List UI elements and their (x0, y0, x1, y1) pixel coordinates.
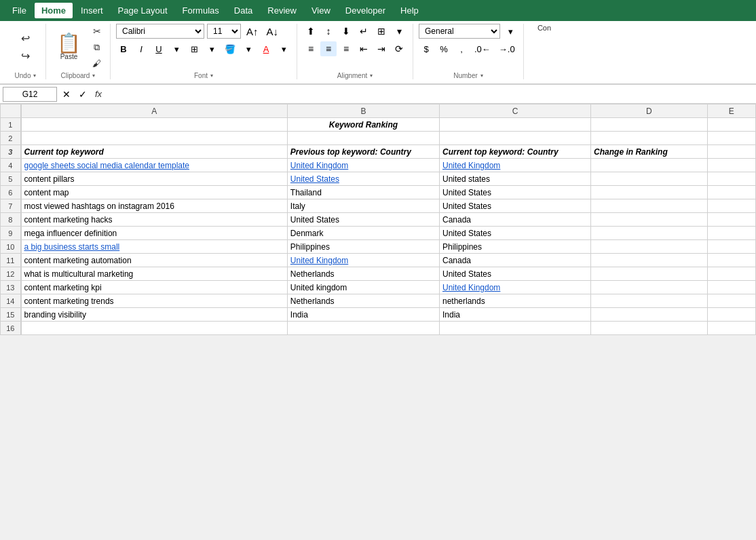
cell-B9[interactable]: Denmark (287, 227, 439, 240)
increase-font-btn[interactable]: A↑ (244, 24, 261, 39)
cell-E7[interactable] (707, 199, 755, 213)
cell-C6[interactable]: United States (439, 186, 590, 199)
align-middle-btn[interactable]: ↕ (320, 24, 337, 39)
cell-D7[interactable] (591, 199, 707, 213)
cut-button[interactable]: ✂ (89, 24, 105, 39)
cell-E5[interactable] (707, 172, 755, 186)
cell-A7[interactable]: most viewed hashtags on instagram 2016 (21, 199, 288, 213)
cell-D6[interactable] (591, 186, 707, 199)
align-bottom-btn[interactable]: ⬇ (338, 24, 354, 39)
merge-btn[interactable]: ⊞ (373, 24, 390, 39)
col-header-A[interactable]: A (21, 104, 288, 118)
cell-A8[interactable]: content marketing hacks (21, 213, 288, 227)
cell-A4[interactable]: google sheets social media calendar temp… (21, 159, 288, 172)
currency-btn[interactable]: $ (419, 41, 434, 56)
underline-button[interactable]: U (151, 41, 166, 56)
cell-B13[interactable]: United kingdom (287, 281, 439, 294)
orientation-btn[interactable]: ⟳ (391, 41, 407, 56)
col-header-E[interactable]: E (707, 104, 755, 118)
cell-A5[interactable]: content pillars (21, 172, 288, 186)
decrease-font-btn[interactable]: A↓ (264, 24, 282, 39)
cell-A2[interactable] (21, 132, 288, 145)
empty-cell[interactable] (21, 322, 288, 335)
cell-A14[interactable]: content marketing trends (21, 294, 288, 308)
cell-reference-input[interactable] (3, 87, 57, 102)
percent-btn[interactable]: % (436, 41, 451, 56)
bold-button[interactable]: B (116, 41, 131, 56)
paste-button[interactable]: 📋 Paste (52, 29, 86, 66)
font-family-select[interactable]: Calibri (116, 24, 204, 39)
menu-item-developer[interactable]: Developer (339, 3, 392, 18)
cell-C14[interactable]: netherlands (439, 294, 590, 308)
cell-A15[interactable]: branding visibility (21, 308, 288, 322)
cell-B6[interactable]: Thailand (287, 186, 439, 199)
cell-D11[interactable] (591, 254, 707, 267)
redo-button[interactable]: ↪ (18, 47, 33, 64)
cell-C2[interactable] (439, 132, 590, 145)
borders-dropdown[interactable]: ▾ (204, 41, 219, 56)
cell-A3[interactable]: Current top keyword (21, 145, 288, 159)
cell-E9[interactable] (707, 227, 755, 240)
cell-D8[interactable] (591, 213, 707, 227)
cell-D9[interactable] (591, 227, 707, 240)
menu-item-data[interactable]: Data (227, 3, 259, 18)
cell-A13[interactable]: content marketing kpi (21, 281, 288, 294)
menu-item-file[interactable]: File (5, 3, 33, 18)
font-size-select[interactable]: 11 (207, 24, 241, 39)
align-top-btn[interactable]: ⬆ (303, 24, 319, 39)
empty-cell[interactable] (287, 322, 439, 335)
cell-E11[interactable] (707, 254, 755, 267)
number-format-dropdown[interactable]: ▾ (503, 24, 518, 39)
cell-B3[interactable]: Previous top keyword: Country (287, 145, 439, 159)
cell-C9[interactable]: United States (439, 227, 590, 240)
cell-A9[interactable]: mega influencer definition (21, 227, 288, 240)
cell-E13[interactable] (707, 281, 755, 294)
font-color-dropdown[interactable]: ▾ (276, 41, 291, 56)
empty-cell[interactable] (439, 322, 590, 335)
font-color-button[interactable]: A (259, 41, 273, 56)
menu-item-review[interactable]: Review (261, 3, 303, 18)
menu-item-insert[interactable]: Insert (74, 3, 110, 18)
formula-input[interactable] (107, 87, 753, 102)
cell-B1[interactable]: Keyword Ranking (287, 118, 439, 132)
wrap-text-btn[interactable]: ↵ (356, 24, 372, 39)
cell-C4[interactable]: United Kingdom (439, 159, 590, 172)
cell-D3[interactable]: Change in Ranking (591, 145, 707, 159)
cell-E10[interactable] (707, 240, 755, 254)
align-left-btn[interactable]: ≡ (303, 41, 319, 56)
cell-D5[interactable] (591, 172, 707, 186)
fill-color-button[interactable]: 🪣 (222, 41, 238, 56)
cell-D15[interactable] (591, 308, 707, 322)
cell-E8[interactable] (707, 213, 755, 227)
cell-C10[interactable]: Philippines (439, 240, 590, 254)
comma-btn[interactable]: , (454, 41, 469, 56)
cell-D2[interactable] (591, 132, 707, 145)
cell-E1[interactable] (707, 118, 755, 132)
decrease-indent-btn[interactable]: ⇤ (356, 41, 372, 56)
formula-confirm-btn[interactable]: ✓ (76, 88, 90, 101)
align-right-btn[interactable]: ≡ (338, 41, 354, 56)
cell-A1[interactable] (21, 118, 288, 132)
cell-C12[interactable]: United States (439, 267, 590, 281)
cell-E12[interactable] (707, 267, 755, 281)
decrease-decimal-btn[interactable]: .0← (472, 41, 493, 56)
number-format-select[interactable]: General (419, 24, 500, 39)
cell-B4[interactable]: United Kingdom (287, 159, 439, 172)
cell-B10[interactable]: Philippines (287, 240, 439, 254)
cell-C3[interactable]: Current top keyword: Country (439, 145, 590, 159)
cell-A6[interactable]: content map (21, 186, 288, 199)
increase-decimal-btn[interactable]: →.0 (496, 41, 518, 56)
cell-C11[interactable]: Canada (439, 254, 590, 267)
menu-item-help[interactable]: Help (394, 3, 426, 18)
underline-dropdown[interactable]: ▾ (169, 41, 184, 56)
cell-C7[interactable]: United States (439, 199, 590, 213)
col-header-B[interactable]: B (287, 104, 439, 118)
cell-A10[interactable]: a big business starts small (21, 240, 288, 254)
cell-C8[interactable]: Canada (439, 213, 590, 227)
cell-A12[interactable]: what is multicultural marketing (21, 267, 288, 281)
borders-button[interactable]: ⊞ (187, 41, 202, 56)
cell-C5[interactable]: United states (439, 172, 590, 186)
cell-B2[interactable] (287, 132, 439, 145)
cell-E3[interactable] (707, 145, 755, 159)
cell-C15[interactable]: India (439, 308, 590, 322)
